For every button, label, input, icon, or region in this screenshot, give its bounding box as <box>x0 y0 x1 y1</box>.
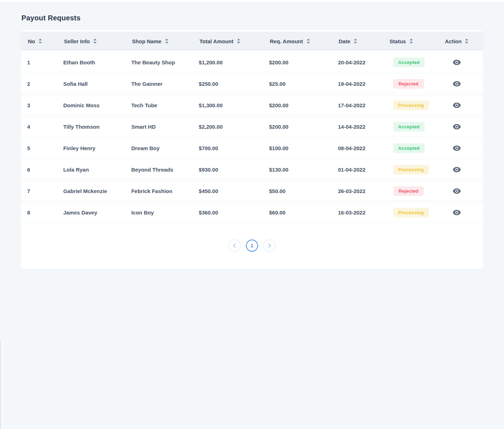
status-badge: Processing <box>393 165 429 174</box>
table-row: 3 Dominic Moss Tech Tube $1,300.00 $200.… <box>21 95 483 115</box>
cell-status: Accepted <box>382 117 430 137</box>
column-label: Date <box>339 38 351 44</box>
cell-total-amount: $930.00 <box>192 159 263 179</box>
eye-icon <box>453 103 461 108</box>
cell-total-amount: $1,200.00 <box>192 52 263 72</box>
status-badge: Processing <box>393 208 429 217</box>
sort-icon <box>237 39 240 44</box>
status-badge: Accepted <box>393 143 425 153</box>
cell-date: 08-04-2022 <box>332 138 382 158</box>
column-header-status[interactable]: Status <box>382 31 430 51</box>
column-label: Req. Amount <box>270 38 303 44</box>
eye-icon <box>453 210 461 215</box>
cell-seller-info: Tilly Thomson <box>57 117 125 137</box>
payout-requests-section: Payout Requests No Seller Info Shop Name <box>0 14 504 340</box>
view-button[interactable] <box>451 101 462 109</box>
status-badge: Accepted <box>393 122 425 132</box>
table-row: 5 Finley Henry Dream Boy $700.00 $100.00… <box>21 138 483 158</box>
top-divider <box>0 0 504 3</box>
column-header-date[interactable]: Date <box>332 31 382 51</box>
view-button[interactable] <box>451 58 462 66</box>
pagination-next-button[interactable] <box>263 240 276 252</box>
cell-shop-name: Beyond Threads <box>125 159 192 179</box>
cell-status: Rejected <box>382 181 430 201</box>
cell-action <box>430 159 483 179</box>
cell-req-amount: $200.00 <box>263 117 332 137</box>
eye-icon <box>453 188 461 194</box>
cell-req-amount: $130.00 <box>263 159 332 179</box>
cell-no: 1 <box>21 52 57 72</box>
table-body: 1 Ethan Booth The Beauty Shop $1,200.00 … <box>21 52 483 222</box>
column-label: No <box>28 38 35 44</box>
cell-date: 16-03-2022 <box>332 202 382 222</box>
pagination-prev-button[interactable] <box>228 240 241 252</box>
cell-req-amount: $50.00 <box>263 181 332 201</box>
cell-seller-info: James Davey <box>57 202 125 222</box>
table-row: 2 Sofia Hall The Gainner $250.00 $25.00 … <box>21 74 483 94</box>
column-header-seller-info[interactable]: Seller Info <box>57 31 125 51</box>
column-header-req-amount[interactable]: Req. Amount <box>263 31 332 51</box>
column-label: Status <box>390 38 406 44</box>
view-button[interactable] <box>451 187 462 195</box>
cell-date: 14-04-2022 <box>332 117 382 137</box>
sort-icon <box>93 39 97 44</box>
cell-action <box>430 181 483 201</box>
cell-status: Processing <box>382 202 430 222</box>
cell-shop-name: Febrick Fashion <box>125 181 192 201</box>
view-button[interactable] <box>451 166 462 174</box>
table-row: 1 Ethan Booth The Beauty Shop $1,200.00 … <box>21 52 483 72</box>
cell-no: 5 <box>21 138 57 158</box>
cell-date: 19-04-2022 <box>332 74 382 94</box>
cell-req-amount: $200.00 <box>263 52 332 72</box>
eye-icon <box>453 146 461 151</box>
cell-no: 6 <box>21 159 57 179</box>
sort-icon <box>165 39 168 44</box>
table-row: 4 Tilly Thomson Smart HD $2,200.00 $200.… <box>21 117 483 137</box>
cell-seller-info: Finley Henry <box>57 138 125 158</box>
cell-seller-info: Dominic Moss <box>57 95 125 115</box>
cell-status: Rejected <box>382 74 430 94</box>
column-label: Total Amount <box>199 38 233 44</box>
cell-total-amount: $2,200.00 <box>192 117 263 137</box>
column-header-shop-name[interactable]: Shop Name <box>125 31 192 51</box>
payout-requests-card: No Seller Info Shop Name Total Amount Re… <box>21 30 483 269</box>
cell-no: 4 <box>21 117 57 137</box>
cell-action <box>430 138 483 158</box>
table-row: 6 Lola Ryan Beyond Threads $930.00 $130.… <box>21 159 483 179</box>
cell-req-amount: $25.00 <box>263 74 332 94</box>
view-button[interactable] <box>451 123 462 131</box>
cell-action <box>430 117 483 137</box>
pagination: 1 <box>21 240 483 252</box>
page-title: Payout Requests <box>21 14 483 22</box>
cell-shop-name: Smart HD <box>125 117 192 137</box>
eye-icon <box>453 167 461 172</box>
cell-shop-name: Icon Boy <box>125 202 192 222</box>
status-badge: Accepted <box>393 58 425 67</box>
next-section-placeholder <box>0 340 504 429</box>
view-button[interactable] <box>451 144 462 152</box>
cell-total-amount: $700.00 <box>192 138 263 158</box>
cell-total-amount: $360.00 <box>192 202 263 222</box>
cell-shop-name: Tech Tube <box>125 95 192 115</box>
cell-status: Accepted <box>382 138 430 158</box>
column-header-action[interactable]: Action <box>430 31 483 51</box>
column-header-total-amount[interactable]: Total Amount <box>192 31 263 51</box>
pagination-page-1-button[interactable]: 1 <box>246 240 258 252</box>
cell-no: 3 <box>21 95 57 115</box>
payout-requests-table: No Seller Info Shop Name Total Amount Re… <box>21 30 483 224</box>
cell-date: 17-04-2022 <box>332 95 382 115</box>
cell-total-amount: $250.00 <box>192 74 263 94</box>
cell-no: 8 <box>21 202 57 222</box>
view-button[interactable] <box>451 80 462 88</box>
cell-no: 2 <box>21 74 57 94</box>
chevron-left-icon <box>233 243 236 248</box>
cell-req-amount: $200.00 <box>263 95 332 115</box>
cell-seller-info: Lola Ryan <box>57 159 125 179</box>
column-header-no[interactable]: No <box>21 31 57 51</box>
view-button[interactable] <box>451 208 462 217</box>
sort-icon <box>39 39 42 44</box>
eye-icon <box>453 124 461 129</box>
sort-icon <box>354 39 357 44</box>
table-row: 7 Gabriel Mckenzie Febrick Fashion $450.… <box>21 181 483 201</box>
cell-shop-name: The Beauty Shop <box>125 52 192 72</box>
